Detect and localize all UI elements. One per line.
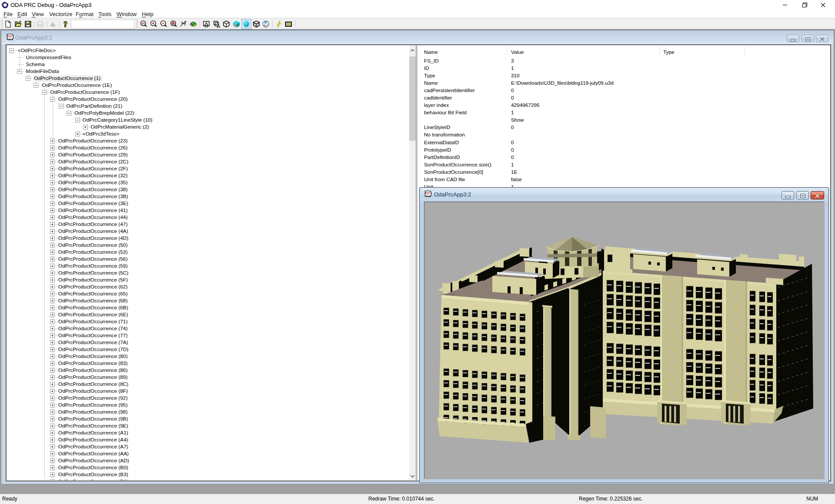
svg-text:DOC: DOC [425,192,431,194]
svg-text:DOC: DOC [7,35,13,37]
